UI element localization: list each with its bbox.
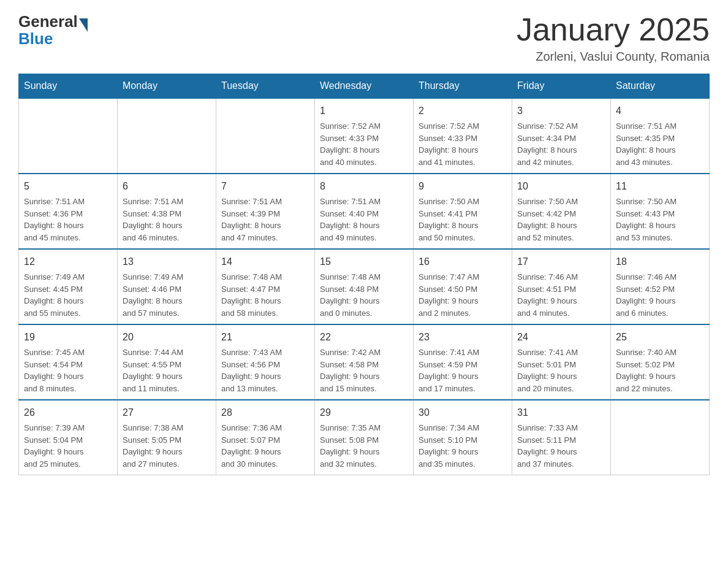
- day-number: 24: [517, 330, 605, 345]
- day-number: 6: [123, 179, 211, 194]
- day-info: Sunrise: 7:41 AMSunset: 4:59 PMDaylight:…: [419, 347, 507, 394]
- calendar-table: SundayMondayTuesdayWednesdayThursdayFrid…: [18, 74, 710, 475]
- header-sunday: Sunday: [19, 74, 118, 99]
- day-number: 31: [517, 405, 605, 420]
- day-number: 17: [517, 255, 605, 269]
- day-info: Sunrise: 7:48 AMSunset: 4:48 PMDaylight:…: [320, 271, 408, 319]
- day-number: 27: [123, 405, 211, 420]
- calendar-cell: 17Sunrise: 7:46 AMSunset: 4:51 PMDayligh…: [512, 249, 611, 324]
- day-number: 10: [517, 179, 605, 194]
- day-number: 22: [320, 330, 408, 345]
- day-info: Sunrise: 7:41 AMSunset: 5:01 PMDaylight:…: [517, 347, 605, 394]
- day-info: Sunrise: 7:48 AMSunset: 4:47 PMDaylight:…: [221, 271, 309, 319]
- calendar-cell: [19, 98, 118, 174]
- day-info: Sunrise: 7:50 AMSunset: 4:42 PMDaylight:…: [517, 196, 605, 243]
- calendar-cell: 15Sunrise: 7:48 AMSunset: 4:48 PMDayligh…: [315, 249, 414, 324]
- day-info: Sunrise: 7:46 AMSunset: 4:52 PMDaylight:…: [616, 271, 704, 319]
- day-info: Sunrise: 7:43 AMSunset: 4:56 PMDaylight:…: [221, 347, 309, 394]
- day-number: 1: [320, 104, 408, 118]
- week-row-1: 1Sunrise: 7:52 AMSunset: 4:33 PMDaylight…: [19, 98, 710, 174]
- day-info: Sunrise: 7:50 AMSunset: 4:43 PMDaylight:…: [616, 196, 704, 243]
- day-number: 28: [221, 405, 309, 420]
- calendar-cell: 12Sunrise: 7:49 AMSunset: 4:45 PMDayligh…: [19, 249, 118, 324]
- logo-blue-text: Blue: [18, 29, 88, 48]
- day-number: 2: [419, 104, 507, 118]
- day-info: Sunrise: 7:34 AMSunset: 5:10 PMDaylight:…: [419, 422, 507, 470]
- day-number: 15: [320, 255, 408, 269]
- day-number: 23: [419, 330, 507, 345]
- day-info: Sunrise: 7:47 AMSunset: 4:50 PMDaylight:…: [419, 271, 507, 319]
- day-number: 7: [221, 179, 309, 194]
- day-number: 13: [123, 255, 211, 269]
- calendar-cell: 22Sunrise: 7:42 AMSunset: 4:58 PMDayligh…: [315, 324, 414, 400]
- calendar-cell: 29Sunrise: 7:35 AMSunset: 5:08 PMDayligh…: [315, 400, 414, 475]
- calendar-cell: 30Sunrise: 7:34 AMSunset: 5:10 PMDayligh…: [414, 400, 512, 475]
- day-info: Sunrise: 7:38 AMSunset: 5:05 PMDaylight:…: [123, 422, 211, 470]
- week-row-5: 26Sunrise: 7:39 AMSunset: 5:04 PMDayligh…: [19, 400, 710, 475]
- day-info: Sunrise: 7:49 AMSunset: 4:45 PMDaylight:…: [24, 271, 112, 319]
- week-row-4: 19Sunrise: 7:45 AMSunset: 4:54 PMDayligh…: [19, 324, 710, 400]
- calendar-cell: 14Sunrise: 7:48 AMSunset: 4:47 PMDayligh…: [216, 249, 315, 324]
- day-info: Sunrise: 7:49 AMSunset: 4:46 PMDaylight:…: [123, 271, 211, 319]
- week-row-3: 12Sunrise: 7:49 AMSunset: 4:45 PMDayligh…: [19, 249, 710, 324]
- header-thursday: Thursday: [414, 74, 512, 99]
- day-number: 3: [517, 104, 605, 118]
- day-number: 16: [419, 255, 507, 269]
- header-saturday: Saturday: [611, 74, 710, 99]
- calendar-cell: 31Sunrise: 7:33 AMSunset: 5:11 PMDayligh…: [512, 400, 611, 475]
- day-info: Sunrise: 7:33 AMSunset: 5:11 PMDaylight:…: [517, 422, 605, 470]
- day-info: Sunrise: 7:50 AMSunset: 4:41 PMDaylight:…: [419, 196, 507, 243]
- day-number: 21: [221, 330, 309, 345]
- day-number: 4: [616, 104, 704, 118]
- calendar-header-row: SundayMondayTuesdayWednesdayThursdayFrid…: [19, 74, 710, 99]
- day-number: 29: [320, 405, 408, 420]
- header-friday: Friday: [512, 74, 611, 99]
- header-wednesday: Wednesday: [315, 74, 414, 99]
- calendar-cell: 1Sunrise: 7:52 AMSunset: 4:33 PMDaylight…: [315, 98, 414, 174]
- calendar-title: January 2025: [517, 12, 710, 47]
- calendar-cell: 10Sunrise: 7:50 AMSunset: 4:42 PMDayligh…: [512, 174, 611, 249]
- logo-general-text: General: [18, 12, 78, 31]
- day-info: Sunrise: 7:51 AMSunset: 4:40 PMDaylight:…: [320, 196, 408, 243]
- calendar-cell: 11Sunrise: 7:50 AMSunset: 4:43 PMDayligh…: [611, 174, 710, 249]
- day-info: Sunrise: 7:52 AMSunset: 4:33 PMDaylight:…: [419, 120, 507, 168]
- day-number: 12: [24, 255, 112, 269]
- calendar-cell: 27Sunrise: 7:38 AMSunset: 5:05 PMDayligh…: [118, 400, 216, 475]
- calendar-cell: 21Sunrise: 7:43 AMSunset: 4:56 PMDayligh…: [216, 324, 315, 400]
- day-info: Sunrise: 7:51 AMSunset: 4:38 PMDaylight:…: [123, 196, 211, 243]
- calendar-cell: 5Sunrise: 7:51 AMSunset: 4:36 PMDaylight…: [19, 174, 118, 249]
- day-info: Sunrise: 7:39 AMSunset: 5:04 PMDaylight:…: [24, 422, 112, 470]
- calendar-cell: 24Sunrise: 7:41 AMSunset: 5:01 PMDayligh…: [512, 324, 611, 400]
- day-info: Sunrise: 7:36 AMSunset: 5:07 PMDaylight:…: [221, 422, 309, 470]
- day-info: Sunrise: 7:44 AMSunset: 4:55 PMDaylight:…: [123, 347, 211, 394]
- page-header: General Blue January 2025 Zorleni, Vaslu…: [18, 12, 710, 64]
- week-row-2: 5Sunrise: 7:51 AMSunset: 4:36 PMDaylight…: [19, 174, 710, 249]
- title-section: January 2025 Zorleni, Vaslui County, Rom…: [517, 12, 710, 64]
- calendar-cell: 28Sunrise: 7:36 AMSunset: 5:07 PMDayligh…: [216, 400, 315, 475]
- day-number: 19: [24, 330, 112, 345]
- day-info: Sunrise: 7:42 AMSunset: 4:58 PMDaylight:…: [320, 347, 408, 394]
- calendar-cell: 8Sunrise: 7:51 AMSunset: 4:40 PMDaylight…: [315, 174, 414, 249]
- calendar-cell: 18Sunrise: 7:46 AMSunset: 4:52 PMDayligh…: [611, 249, 710, 324]
- calendar-cell: 19Sunrise: 7:45 AMSunset: 4:54 PMDayligh…: [19, 324, 118, 400]
- day-number: 5: [24, 179, 112, 194]
- day-number: 26: [24, 405, 112, 420]
- calendar-cell: 16Sunrise: 7:47 AMSunset: 4:50 PMDayligh…: [414, 249, 512, 324]
- logo: General Blue: [18, 12, 88, 48]
- day-number: 18: [616, 255, 704, 269]
- day-info: Sunrise: 7:52 AMSunset: 4:33 PMDaylight:…: [320, 120, 408, 168]
- calendar-subtitle: Zorleni, Vaslui County, Romania: [517, 50, 710, 64]
- calendar-cell: 26Sunrise: 7:39 AMSunset: 5:04 PMDayligh…: [19, 400, 118, 475]
- day-number: 8: [320, 179, 408, 194]
- calendar-cell: 7Sunrise: 7:51 AMSunset: 4:39 PMDaylight…: [216, 174, 315, 249]
- calendar-cell: [611, 400, 710, 475]
- calendar-cell: 6Sunrise: 7:51 AMSunset: 4:38 PMDaylight…: [118, 174, 216, 249]
- day-info: Sunrise: 7:51 AMSunset: 4:39 PMDaylight:…: [221, 196, 309, 243]
- day-number: 30: [419, 405, 507, 420]
- header-tuesday: Tuesday: [216, 74, 315, 99]
- day-number: 9: [419, 179, 507, 194]
- calendar-cell: 20Sunrise: 7:44 AMSunset: 4:55 PMDayligh…: [118, 324, 216, 400]
- day-info: Sunrise: 7:40 AMSunset: 5:02 PMDaylight:…: [616, 347, 704, 394]
- logo-triangle-icon: [79, 18, 88, 32]
- day-info: Sunrise: 7:35 AMSunset: 5:08 PMDaylight:…: [320, 422, 408, 470]
